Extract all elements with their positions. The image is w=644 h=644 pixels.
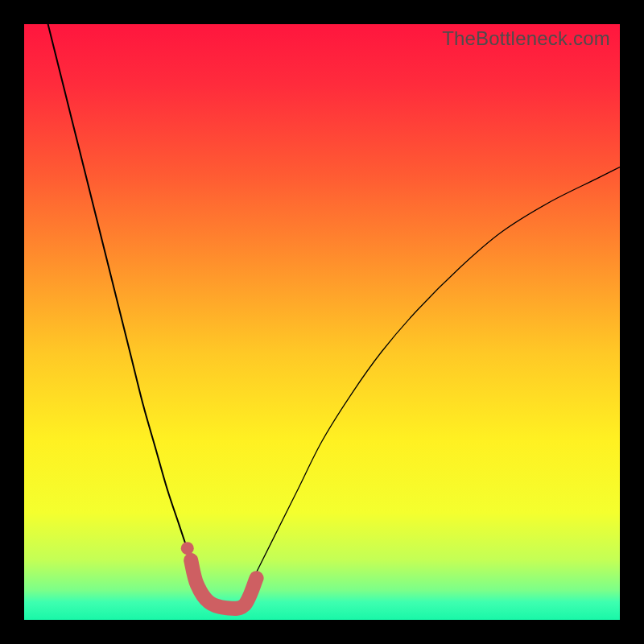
chart-frame: TheBottleneck.com — [0, 0, 644, 644]
curve-left-branch — [48, 24, 233, 608]
curve-layer — [24, 24, 620, 620]
bottleneck-highlight — [191, 560, 256, 609]
bottleneck-dot — [181, 542, 194, 555]
curve-right-branch — [233, 167, 620, 609]
plot-area: TheBottleneck.com — [24, 24, 620, 620]
